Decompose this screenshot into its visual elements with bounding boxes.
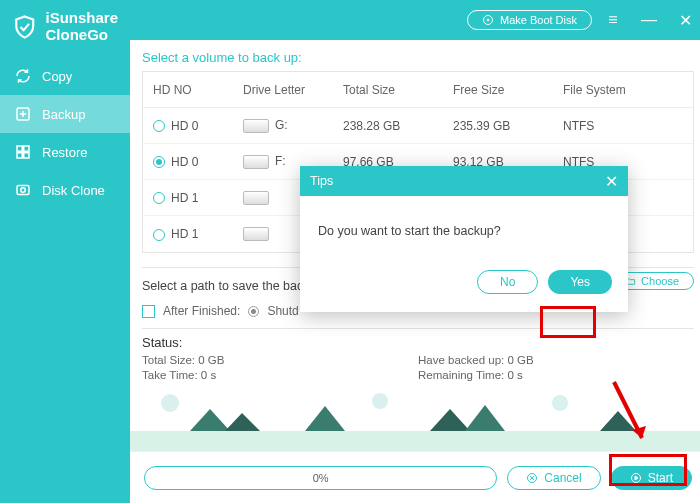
col-free: Free Size [453, 83, 563, 97]
status-total: Total Size: 0 GB [142, 354, 418, 366]
app-window: iSunshare CloneGo Copy Backup Restore Di… [0, 0, 700, 503]
shutdown-radio[interactable] [248, 306, 259, 317]
svg-point-7 [483, 16, 492, 25]
status-take: Take Time: 0 s [142, 369, 418, 381]
cell-letter: F: [275, 154, 286, 168]
dialog-title: Tips [310, 174, 333, 188]
refresh-icon [14, 67, 32, 85]
sidebar-item-label: Copy [42, 69, 72, 84]
cell-hd: HD 1 [171, 191, 198, 205]
play-icon [630, 472, 642, 484]
dialog-footer: No Yes [300, 260, 628, 312]
drive-icon [243, 227, 269, 241]
cell-hd: HD 0 [171, 155, 198, 169]
col-letter: Drive Letter [243, 83, 343, 97]
grid-icon [14, 143, 32, 161]
drive-icon [243, 191, 269, 205]
cell-hd: HD 0 [171, 119, 198, 133]
close-button[interactable]: ✕ [670, 5, 700, 35]
radio-icon[interactable] [153, 120, 165, 132]
cancel-icon [526, 472, 538, 484]
footer: 0% Cancel Start [130, 451, 700, 503]
cell-free: 235.39 GB [453, 119, 563, 133]
cell-letter: G: [275, 118, 288, 132]
radio-icon[interactable] [153, 229, 165, 241]
after-finished-checkbox[interactable] [142, 305, 155, 318]
minimize-button[interactable]: — [634, 5, 664, 35]
boot-label: Make Boot Disk [500, 14, 577, 26]
radio-icon[interactable] [153, 156, 165, 168]
app-name-1: iSunshare [45, 10, 118, 27]
col-total: Total Size [343, 83, 453, 97]
status-title: Status: [142, 335, 694, 350]
no-label: No [500, 275, 515, 289]
shield-icon [12, 14, 37, 40]
status-remain: Remaining Time: 0 s [418, 369, 694, 381]
progress-bar: 0% [144, 466, 497, 490]
make-boot-disk-button[interactable]: Make Boot Disk [467, 10, 592, 30]
drive-icon [243, 155, 269, 169]
cancel-button[interactable]: Cancel [507, 466, 600, 490]
progress-label: 0% [313, 472, 329, 484]
plus-box-icon [14, 105, 32, 123]
cell-fs: NTFS [563, 119, 683, 133]
col-hdno: HD NO [153, 83, 243, 97]
sidebar-item-backup[interactable]: Backup [0, 95, 130, 133]
svg-rect-5 [17, 186, 29, 195]
disk-icon [14, 181, 32, 199]
sidebar-item-disk-clone[interactable]: Disk Clone [0, 171, 130, 209]
radio-icon[interactable] [153, 192, 165, 204]
dialog-titlebar: Tips ✕ [300, 166, 628, 196]
yes-label: Yes [570, 275, 590, 289]
svg-rect-2 [24, 146, 29, 151]
dialog-close-button[interactable]: ✕ [605, 172, 618, 191]
table-row[interactable]: HD 0 G: 238.28 GB 235.39 GB NTFS [143, 108, 693, 144]
dialog-message: Do you want to start the backup? [300, 196, 628, 260]
cell-hd: HD 1 [171, 227, 198, 241]
sidebar-item-label: Restore [42, 145, 88, 160]
cancel-label: Cancel [544, 471, 581, 485]
shutdown-label: Shutd [267, 304, 298, 318]
menu-button[interactable]: ≡ [598, 5, 628, 35]
svg-point-8 [487, 19, 489, 21]
svg-rect-4 [24, 153, 29, 158]
app-logo: iSunshare CloneGo [0, 0, 130, 57]
titlebar: Make Boot Disk ≡ — ✕ [130, 0, 700, 40]
sidebar-item-label: Backup [42, 107, 85, 122]
sidebar: iSunshare CloneGo Copy Backup Restore Di… [0, 0, 130, 503]
start-button[interactable]: Start [611, 466, 692, 490]
svg-rect-1 [17, 146, 22, 151]
sidebar-item-restore[interactable]: Restore [0, 133, 130, 171]
status-backed: Have backed up: 0 GB [418, 354, 694, 366]
tips-dialog: Tips ✕ Do you want to start the backup? … [300, 166, 628, 312]
sidebar-item-copy[interactable]: Copy [0, 57, 130, 95]
drive-icon [243, 119, 269, 133]
app-name-2: CloneGo [45, 27, 118, 44]
col-fs: File System [563, 83, 683, 97]
sidebar-item-label: Disk Clone [42, 183, 105, 198]
volume-title: Select a volume to back up: [142, 40, 694, 71]
dialog-yes-button[interactable]: Yes [548, 270, 612, 294]
choose-label: Choose [641, 275, 679, 287]
svg-rect-3 [17, 153, 22, 158]
dialog-no-button[interactable]: No [477, 270, 538, 294]
table-header: HD NO Drive Letter Total Size Free Size … [143, 72, 693, 108]
disc-icon [482, 14, 494, 26]
cell-total: 238.28 GB [343, 119, 453, 133]
status-area: Status: Total Size: 0 GB Have backed up:… [142, 328, 694, 381]
start-label: Start [648, 471, 673, 485]
svg-point-6 [21, 188, 26, 193]
after-finished-label: After Finished: [163, 304, 240, 318]
path-title: Select a path to save the back [142, 279, 309, 293]
